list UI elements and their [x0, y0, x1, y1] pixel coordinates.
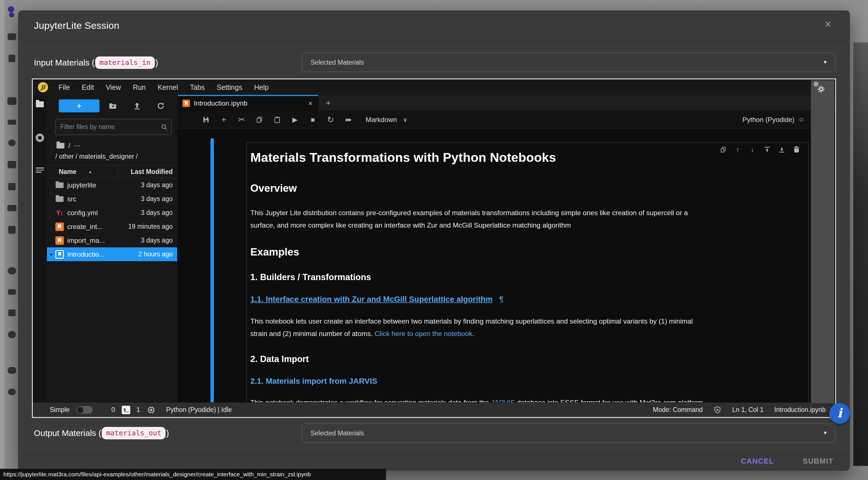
breadcrumb-path[interactable]: / other / materials_designer / [55, 151, 137, 161]
overview-paragraph: This Jupyter Lite distribution contains … [250, 207, 803, 232]
command-mode-indicator[interactable]: Mode: Command [653, 406, 703, 414]
submit-button[interactable]: SUBMIT [799, 454, 837, 469]
breadcrumb-root[interactable]: / [68, 142, 70, 150]
kernel-status-text[interactable]: Python (Pyodide) | Idle [166, 406, 232, 414]
menu-item[interactable]: Help [248, 83, 274, 92]
simple-mode-label: Simple [50, 406, 69, 414]
menu-item[interactable]: Settings [211, 83, 248, 92]
menu-item[interactable]: Tabs [184, 83, 211, 92]
file-row[interactable]: src 3 days ago [47, 192, 177, 206]
menu-item[interactable]: Kernel [152, 83, 184, 92]
output-materials-dropdown[interactable]: Selected Materials ▼ [302, 423, 835, 443]
markdown-cell[interactable]: ↑ ↓ Materials Transformations with Py [246, 143, 809, 417]
save-icon[interactable] [202, 115, 210, 124]
delete-cell-icon[interactable] [793, 146, 800, 153]
new-launcher-button[interactable]: + [59, 99, 99, 112]
running-kernel-dot: ● [47, 252, 55, 256]
insert-cell-above-icon[interactable] [764, 146, 771, 153]
add-cell-icon[interactable]: + [220, 115, 228, 124]
upload-icon[interactable] [133, 102, 141, 110]
home-folder-icon[interactable] [57, 143, 64, 148]
chevron-down-icon: ∨ [403, 116, 407, 123]
file-browser-tab-icon[interactable] [36, 101, 44, 107]
copy-cells-icon[interactable] [255, 115, 264, 124]
app-sidebar-icon [8, 55, 15, 62]
app-sidebar-icon [8, 226, 16, 234]
duplicate-cell-icon[interactable] [720, 146, 726, 153]
file-row[interactable]: config.yml 3 days ago [47, 206, 177, 220]
open-notebook-link[interactable]: Click here to open the notebook [375, 330, 472, 337]
stop-kernel-icon[interactable]: ■ [309, 115, 317, 124]
app-sidebar-icon [8, 331, 16, 338]
file-modified: 2 hours ago [138, 250, 173, 258]
file-name: config.yml [67, 209, 98, 217]
dialog-actions: CANCEL SUBMIT [737, 453, 837, 470]
app-sidebar-icon [7, 97, 17, 105]
materials-import-link[interactable]: 2.1. Materials import from JARVIS [250, 377, 377, 385]
run-cell-icon[interactable]: ▶ [291, 115, 299, 124]
input-materials-dropdown[interactable]: Selected Materials ▼ [302, 53, 835, 72]
terminals-count[interactable]: 0 [111, 406, 115, 414]
refresh-icon[interactable] [157, 102, 165, 110]
file-name: Introductio... [67, 250, 104, 259]
file-row[interactable]: ● Introductio... 2 hours ago [47, 247, 177, 261]
file-row[interactable]: import_ma... 3 days ago [47, 234, 177, 247]
menu-item[interactable]: File [53, 83, 76, 92]
status-filename[interactable]: Introduction.ipynb [774, 406, 826, 414]
notebook-icon [183, 100, 190, 107]
move-cell-down-icon[interactable]: ↓ [749, 146, 756, 153]
interface-creation-link[interactable]: 1.1. Interface creation with Zur and McG… [250, 295, 493, 304]
menu-item[interactable]: Edit [76, 83, 100, 92]
pilcrow-anchor[interactable]: ¶ [499, 295, 503, 304]
file-row[interactable]: create_int... 19 minutes ago [47, 220, 177, 234]
tab-introduction-ipynb[interactable]: Introduction.ipynb × [178, 95, 318, 111]
kernel-idle-icon: ○ [799, 116, 804, 124]
trust-shield-icon[interactable] [713, 406, 721, 414]
file-row[interactable]: jupyterlite 3 days ago [47, 178, 177, 192]
running-kernels-tab-icon[interactable] [36, 134, 44, 142]
insert-cell-below-icon[interactable] [778, 146, 785, 153]
column-last-modified[interactable]: Last Modified [131, 168, 173, 176]
input-materials-label: Input Materials (materials_in) [34, 53, 158, 73]
run-all-icon[interactable]: ▶▶ [344, 115, 352, 124]
cell-collapser[interactable] [211, 138, 214, 417]
menu-item[interactable]: View [100, 83, 127, 92]
move-cell-up-icon[interactable]: ↑ [734, 146, 741, 153]
sort-ascending-icon[interactable]: ▲ [88, 170, 92, 174]
simple-mode-toggle[interactable] [76, 406, 93, 414]
cell-type-dropdown[interactable]: Markdown ∨ [366, 116, 407, 124]
kernels-count[interactable]: 1 [136, 406, 140, 414]
file-list: jupyterlite 3 days ago src 3 days ago co… [47, 178, 177, 261]
jupyterlite-frame: jl FileEditViewRunKernelTabsSettingsHelp… [32, 78, 836, 418]
restart-kernel-icon[interactable]: ↻ [327, 115, 335, 124]
table-of-contents-tab-icon[interactable] [36, 166, 44, 173]
settings-gears-icon[interactable] [811, 80, 834, 95]
link-interface-creation: 1.1. Interface creation with Zur and McG… [250, 295, 803, 304]
terminal-icon[interactable]: $_ [122, 406, 130, 414]
notebook-content: ↑ ↓ Materials Transformations with Py [178, 129, 835, 417]
app-sidebar-icon [8, 367, 16, 374]
tab-bar: Introduction.ipynb × + [178, 95, 835, 111]
info-button[interactable]: i [829, 403, 850, 424]
filter-files-input[interactable] [56, 123, 160, 131]
app-sidebar-icon [8, 120, 16, 125]
output-materials-label: Output Materials (materials_out) [34, 423, 169, 443]
column-name[interactable]: Name [59, 168, 76, 176]
file-name: src [67, 195, 76, 203]
breadcrumb-ellipsis-icon[interactable]: ⋯ [74, 142, 81, 150]
menu-item[interactable]: Run [127, 83, 152, 92]
kernel-chip-icon[interactable] [147, 406, 155, 414]
notebook-h2-examples: Examples [250, 246, 803, 258]
cut-cells-icon[interactable]: ✂ [237, 115, 246, 124]
file-type-icon [55, 195, 64, 203]
paste-cells-icon[interactable] [273, 115, 281, 124]
close-icon[interactable]: × [825, 19, 831, 30]
new-tab-button[interactable]: + [326, 98, 331, 108]
close-tab-icon[interactable]: × [308, 99, 312, 108]
materials-out-code-badge: materials_out [102, 427, 165, 439]
kernel-picker[interactable]: Python (Pyodide) ○ [743, 116, 804, 124]
new-folder-icon[interactable] [108, 102, 117, 110]
dropdown-value: Selected Materials [311, 430, 364, 437]
cancel-button[interactable]: CANCEL [737, 454, 778, 469]
cursor-position[interactable]: Ln 1, Col 1 [732, 406, 764, 414]
